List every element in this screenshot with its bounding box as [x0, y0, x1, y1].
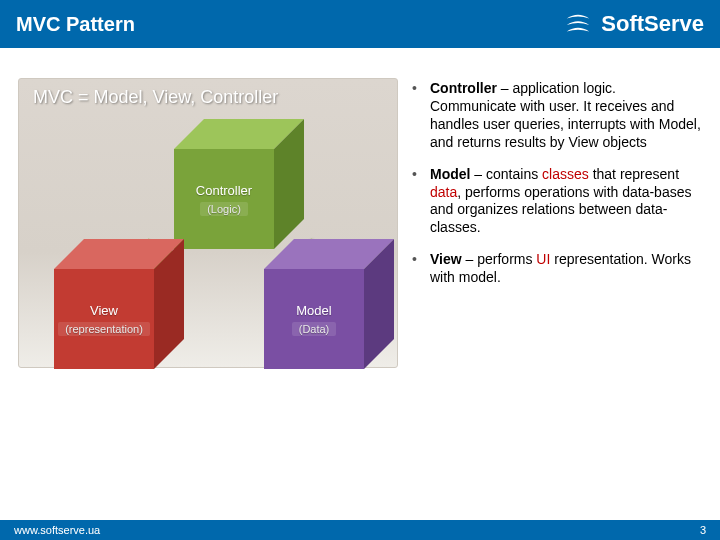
list-item: Model – contains classes that represent … — [412, 166, 702, 238]
page-title: MVC Pattern — [16, 13, 135, 36]
bullet-text: , performs operations with data-bases an… — [430, 184, 691, 236]
controller-box: Controller (Logic) — [174, 149, 274, 249]
bullet-term: View — [430, 251, 462, 267]
bullet-text: – contains — [470, 166, 542, 182]
diagram-title: MVC = Model, View, Controller — [33, 87, 278, 108]
bullet-text: that represent — [589, 166, 679, 182]
bullet-term: Model — [430, 166, 470, 182]
controller-sublabel: (Logic) — [200, 202, 248, 216]
list-item: View – performs UI representation. Works… — [412, 251, 702, 287]
content-area: MVC = Model, View, Controller Controller… — [0, 48, 720, 368]
list-item: Controller – application logic. Communic… — [412, 80, 702, 152]
view-sublabel: (representation) — [58, 322, 150, 336]
bullet-highlight: UI — [536, 251, 550, 267]
softserve-logo-icon — [563, 9, 593, 39]
mvc-diagram: MVC = Model, View, Controller Controller… — [18, 78, 398, 368]
bullet-highlight: data — [430, 184, 457, 200]
model-sublabel: (Data) — [292, 322, 337, 336]
brand: SoftServe — [563, 9, 704, 39]
controller-label: Controller — [196, 183, 252, 198]
bullet-list: Controller – application logic. Communic… — [412, 78, 702, 368]
bullet-term: Controller — [430, 80, 497, 96]
bullet-text: – performs — [462, 251, 537, 267]
view-box: View (representation) — [54, 269, 154, 369]
page-number: 3 — [700, 524, 706, 536]
footer-bar: www.softserve.ua 3 — [0, 520, 720, 540]
brand-name: SoftServe — [601, 11, 704, 37]
model-label: Model — [296, 303, 331, 318]
header-bar: MVC Pattern SoftServe — [0, 0, 720, 48]
bullet-highlight: classes — [542, 166, 589, 182]
footer-url: www.softserve.ua — [14, 524, 100, 536]
view-label: View — [90, 303, 118, 318]
model-box: Model (Data) — [264, 269, 364, 369]
